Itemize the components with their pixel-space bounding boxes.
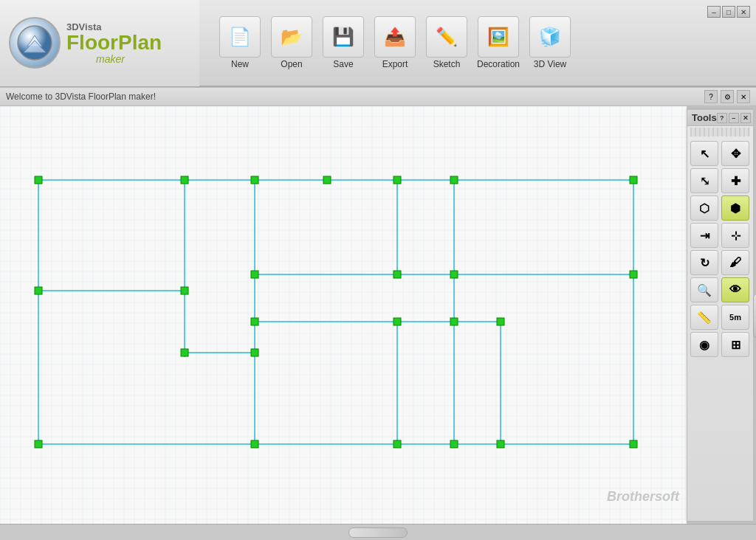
svg-rect-16 <box>181 176 188 184</box>
svg-rect-36 <box>394 440 401 448</box>
toolbar-decoration-button[interactable]: 🖼️ Decoration <box>472 13 524 72</box>
tools-scrollbar[interactable] <box>753 294 756 338</box>
svg-rect-37 <box>450 440 458 448</box>
close-button[interactable]: ✕ <box>737 6 750 18</box>
tool-node-edit-icon: ⤡ <box>700 174 709 188</box>
tools-grip <box>690 128 750 136</box>
floorplan-svg <box>0 106 687 524</box>
tool-grid-tool-icon: ⊞ <box>731 338 740 352</box>
tool-paint-button[interactable]: 🖌 <box>721 250 749 275</box>
toolbar-sketch-label: Sketch <box>433 59 461 69</box>
tool-eye-tool-icon: 👁 <box>729 283 741 297</box>
tool-grid-tool-button[interactable]: ⊞ <box>721 332 749 357</box>
svg-rect-35 <box>251 440 258 448</box>
toolbar-decoration-icon: 🖼️ <box>478 16 519 58</box>
svg-rect-26 <box>450 271 458 278</box>
toolbar-new-button[interactable]: 📄 New <box>214 13 266 72</box>
toolbar-3dview-button[interactable]: 🧊 3D View <box>524 13 576 72</box>
statusbar: Welcome to 3DVista FloorPlan maker! ? ⚙ … <box>0 87 756 106</box>
tool-move-button[interactable]: ✥ <box>721 141 749 166</box>
tools-minimize-btn[interactable]: – <box>729 113 739 123</box>
statusbar-close-icon[interactable]: ✕ <box>737 90 750 103</box>
tool-point-button[interactable]: ◉ <box>690 332 718 357</box>
svg-rect-28 <box>251 318 258 325</box>
svg-rect-21 <box>630 176 637 184</box>
toolbar-decoration-label: Decoration <box>477 59 520 69</box>
svg-rect-24 <box>251 271 258 278</box>
tool-measure-button[interactable]: 📏 <box>690 305 718 330</box>
tool-cross-tool-icon: ✚ <box>731 174 740 188</box>
toolbar-save-button[interactable]: 💾 Save <box>317 13 369 72</box>
tool-scale-button[interactable]: 5m <box>721 305 749 330</box>
tool-nudge-icon: ⊹ <box>731 229 740 243</box>
tool-node-edit-button[interactable]: ⤡ <box>690 168 718 193</box>
svg-rect-39 <box>630 440 637 448</box>
svg-rect-17 <box>251 176 258 184</box>
statusbar-icons: ? ⚙ ✕ <box>704 90 750 103</box>
tools-panel: Tools ? – ✕ ↖✥⤡✚⬡⬢⇥⊹↻🖌🔍👁📏5m◉⊞ <box>687 109 753 521</box>
tool-select-button[interactable]: ↖ <box>690 141 718 166</box>
tool-cross-tool-button[interactable]: ✚ <box>721 168 749 193</box>
tools-header-controls: ? – ✕ <box>717 113 751 123</box>
svg-rect-27 <box>630 271 637 278</box>
tool-zoom-tool-button[interactable]: 🔍 <box>690 277 718 302</box>
svg-rect-23 <box>181 287 188 294</box>
toolbar: 📄 New 📂 Open 💾 Save 📤 Export ✏️ Sketch 🖼… <box>199 10 756 75</box>
tool-push-button[interactable]: ⇥ <box>690 223 718 248</box>
tool-push-icon: ⇥ <box>700 229 709 243</box>
tool-connect-button[interactable]: ⬡ <box>690 195 718 221</box>
tools-help-btn[interactable]: ? <box>717 113 727 123</box>
bottom-bar <box>0 524 756 540</box>
toolbar-3dview-label: 3D View <box>534 59 566 69</box>
tool-connect-icon: ⬡ <box>699 201 709 215</box>
svg-rect-34 <box>35 440 42 448</box>
tools-close-btn[interactable]: ✕ <box>740 113 751 123</box>
svg-rect-19 <box>394 176 401 184</box>
svg-rect-32 <box>181 349 188 356</box>
main-area: Brothersoft Tools ? – ✕ ↖✥⤡✚⬡⬢⇥⊹↻🖌🔍👁📏5m◉… <box>0 106 756 524</box>
window-controls: – □ ✕ <box>707 6 750 18</box>
toolbar-sketch-button[interactable]: ✏️ Sketch <box>421 13 472 72</box>
toolbar-save-label: Save <box>333 59 353 69</box>
svg-rect-18 <box>323 176 331 184</box>
tool-rotate-button[interactable]: ↻ <box>690 250 718 275</box>
svg-rect-25 <box>394 271 401 278</box>
svg-rect-29 <box>394 318 401 325</box>
tool-node2-button[interactable]: ⬢ <box>721 195 749 221</box>
statusbar-help-icon[interactable]: ? <box>704 90 718 103</box>
toolbar-export-button[interactable]: 📤 Export <box>369 13 421 72</box>
tool-measure-icon: 📏 <box>697 311 712 325</box>
svg-rect-22 <box>35 287 42 294</box>
titlebar: 3DVista FloorPlan maker 📄 New 📂 Open 💾 S… <box>0 0 756 87</box>
toolbar-export-icon: 📤 <box>374 16 416 58</box>
toolbar-open-label: Open <box>281 59 302 69</box>
app-logo-icon <box>9 17 61 69</box>
logo-floorplan-label: FloorPlan <box>66 32 162 53</box>
minimize-button[interactable]: – <box>707 6 721 18</box>
canvas-area[interactable]: Brothersoft <box>0 106 687 524</box>
tool-node2-icon: ⬢ <box>730 201 740 215</box>
tools-title: Tools <box>692 112 717 123</box>
svg-rect-31 <box>497 318 504 325</box>
toolbar-export-label: Export <box>382 59 408 69</box>
tool-nudge-button[interactable]: ⊹ <box>721 223 749 248</box>
tool-scale-icon: 5m <box>729 313 741 322</box>
toolbar-open-icon: 📂 <box>271 16 312 58</box>
tool-eye-tool-button[interactable]: 👁 <box>721 277 749 302</box>
toolbar-open-button[interactable]: 📂 Open <box>266 13 317 72</box>
tool-move-icon: ✥ <box>731 147 740 161</box>
toolbar-3dview-icon: 🧊 <box>529 16 571 58</box>
tool-rotate-icon: ↻ <box>700 256 709 270</box>
svg-rect-33 <box>251 349 258 356</box>
tools-grid: ↖✥⤡✚⬡⬢⇥⊹↻🖌🔍👁📏5m◉⊞ <box>687 138 753 360</box>
tool-select-icon: ↖ <box>700 147 709 161</box>
maximize-button[interactable]: □ <box>722 6 735 18</box>
svg-rect-38 <box>497 440 504 448</box>
logo-area: 3DVista FloorPlan maker <box>0 0 199 86</box>
logo-maker-label: maker <box>96 53 162 65</box>
statusbar-settings-icon[interactable]: ⚙ <box>721 90 734 103</box>
svg-rect-30 <box>450 318 458 325</box>
tool-point-icon: ◉ <box>699 338 709 352</box>
tool-paint-icon: 🖌 <box>729 256 741 269</box>
horizontal-scrollbar[interactable] <box>348 527 408 538</box>
